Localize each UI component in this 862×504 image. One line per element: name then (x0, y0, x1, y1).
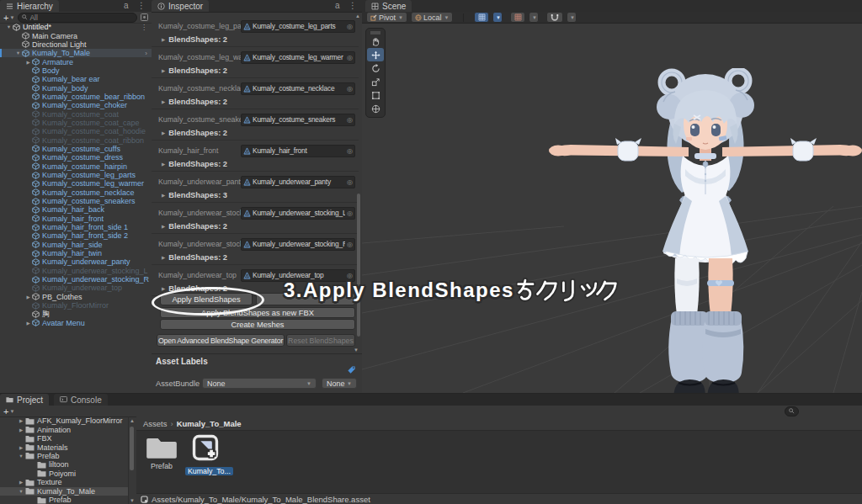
view-hand-tool[interactable] (366, 34, 385, 48)
hierarchy-search-input[interactable]: All (18, 13, 137, 23)
project-tree-row[interactable]: ▶ Texture (0, 478, 128, 486)
mesh-object-field[interactable]: Kumaly_underwear_stocking_L ◎ (241, 207, 355, 220)
hierarchy-row[interactable]: Kumaly_hair_twin (0, 249, 152, 257)
object-picker-icon[interactable]: ◎ (347, 147, 353, 155)
prefab-open-arrow[interactable]: › (145, 50, 147, 57)
reset-blendshapes-button[interactable]: Reset BlendShapes (286, 334, 355, 347)
blendshapes-foldout[interactable]: ▶ BlendShapes: 2 (152, 252, 359, 263)
hierarchy-row[interactable]: Kumaly_costume_choker (0, 101, 152, 109)
kebab-menu-icon[interactable]: ⋮ (137, 1, 146, 10)
scroll-down-arrow[interactable]: ▼ (354, 347, 359, 353)
project-tree-row[interactable]: ▶ Materials (0, 443, 128, 451)
mesh-object-field[interactable]: Kumaly_costume_leg_warmer ◎ (241, 51, 355, 64)
hierarchy-row[interactable]: Kumaly_costume_hairpin (0, 162, 152, 171)
expand-arrow[interactable]: ▶ (24, 294, 32, 300)
scroll-up-arrow[interactable]: ▲ (130, 418, 135, 423)
hierarchy-row[interactable]: Body (0, 66, 152, 75)
hierarchy-row[interactable]: Directional Light (0, 40, 152, 49)
local-global-toggle-button[interactable]: Local▼ (411, 12, 453, 23)
object-picker-icon[interactable]: ◎ (347, 54, 353, 61)
hierarchy-row[interactable]: Kumaly_costume_coat_hoodie (0, 127, 152, 135)
project-tree-row[interactable]: ▶ Animation (0, 425, 128, 433)
hierarchy-row[interactable]: Kumaly_costume_necklace (0, 188, 152, 197)
hierarchy-row[interactable]: Kumaly_FloorMirror (0, 301, 152, 310)
blendshapes-foldout[interactable]: ▶ BlendShapes: 2 (152, 127, 359, 138)
expand-arrow[interactable]: ▼ (17, 454, 25, 459)
mesh-object-field[interactable]: Kumaly_hair_front ◎ (241, 145, 355, 157)
blendshapes-foldout[interactable]: ▶ BlendShapes: 2 (152, 34, 359, 45)
hierarchy-row[interactable]: Kumaly_hair_side (0, 241, 152, 249)
object-picker-icon[interactable]: ◎ (347, 241, 353, 248)
hierarchy-row[interactable]: Kumaly_hair_front (0, 215, 152, 223)
breadcrumb-current[interactable]: Kumaly_To_Male (177, 419, 242, 428)
move-tool[interactable] (367, 48, 384, 61)
hierarchy-row[interactable]: Kumaly_costume_coat_cape (0, 119, 152, 127)
project-tree-row[interactable]: ▼ Kumaly_To_Male (0, 487, 128, 496)
lock-icon[interactable]: a (335, 1, 340, 10)
hierarchy-row[interactable]: Kumaly_hair_back (0, 205, 152, 214)
expand-arrow[interactable]: ▼ (14, 50, 22, 56)
transform-tool[interactable] (366, 102, 385, 115)
scene-viewport[interactable] (362, 23, 862, 393)
lock-icon[interactable]: a (124, 1, 129, 10)
expand-arrow[interactable]: ▶ (24, 321, 32, 326)
object-picker-icon[interactable]: ◎ (347, 23, 353, 30)
hierarchy-row[interactable]: Kumaly_costume_coat_ribbon (0, 135, 152, 144)
hierarchy-row[interactable]: Kumaly_body (0, 83, 152, 92)
magnet-snap-button[interactable] (546, 12, 563, 23)
blendshapes-foldout[interactable]: ▶ BlendShapes: 2 (152, 96, 359, 107)
expand-arrow[interactable]: ▶ (17, 418, 25, 423)
project-tree-row[interactable]: ▶ AFK_Kumaly_FloorMirror (0, 416, 128, 425)
rect-tool[interactable] (366, 88, 385, 102)
mesh-object-field[interactable]: Kumaly_costume_leg_parts ◎ (241, 20, 355, 33)
project-tree-row[interactable]: liltoon (0, 460, 128, 469)
tab-hierarchy[interactable]: Hierarchy (0, 0, 59, 12)
hierarchy-row[interactable]: Kumaly_bear ear (0, 75, 152, 83)
project-search-input[interactable] (785, 406, 799, 416)
create-asset-button[interactable]: + (3, 406, 8, 416)
tab-scene[interactable]: Scene (365, 0, 412, 12)
create-object-button[interactable]: + (3, 13, 8, 23)
tab-console[interactable]: Console (54, 394, 108, 406)
asset-item-blendshare[interactable]: Kumaly_To... (185, 433, 226, 477)
magnet-dropdown[interactable]: ▼ (567, 12, 577, 23)
scale-tool[interactable] (366, 75, 385, 88)
expand-arrow[interactable]: ▶ (17, 427, 25, 432)
assetbundle-dropdown[interactable]: None▼ (202, 378, 317, 389)
expand-arrow[interactable]: ▼ (17, 489, 25, 494)
grid-dropdown[interactable]: ▼ (492, 12, 503, 23)
expand-arrow[interactable]: ▶ (24, 60, 32, 65)
hierarchy-row[interactable]: Kumaly_hair_front_side 2 (0, 231, 152, 240)
breadcrumb-root[interactable]: Assets (143, 419, 168, 428)
pivot-toggle-button[interactable]: Pivot▼ (366, 12, 407, 23)
hierarchy-row[interactable]: Kumaly_costume_sneakers (0, 197, 152, 205)
search-picker-icon[interactable] (141, 13, 148, 21)
hierarchy-row[interactable]: ▶ PB_Clothes (0, 293, 152, 301)
project-tree-row[interactable]: Prefab (0, 496, 128, 504)
project-tree-row[interactable]: Poiyomi (0, 470, 128, 478)
hierarchy-row[interactable]: ▼ Kumaly_To_Male › (0, 49, 152, 57)
create-meshes-button[interactable]: Create Meshes (160, 319, 355, 330)
hierarchy-row[interactable]: Kumaly_underwear_panty (0, 257, 152, 266)
inspector-scrollbar[interactable] (357, 194, 360, 337)
open-generator-button[interactable]: Open Advanced BlendShape Generator (157, 334, 285, 347)
hierarchy-row[interactable]: Kumaly_underwear_top (0, 284, 152, 292)
tab-project[interactable]: Project (0, 394, 49, 406)
hierarchy-row[interactable]: Kumaly_costume_cuffs (0, 145, 152, 153)
snap-increment-button[interactable] (510, 12, 525, 23)
hierarchy-row[interactable]: Kumaly_underwear_stocking_L (0, 267, 152, 275)
hierarchy-row[interactable]: Main Camera (0, 31, 152, 40)
mesh-object-field[interactable]: Kumaly_costume_necklace ◎ (241, 82, 355, 95)
hierarchy-row[interactable]: Kumaly_costume_bear_ribbon (0, 93, 152, 101)
project-tree-row[interactable]: ▼ Prefab (0, 452, 128, 460)
object-picker-icon[interactable]: ◎ (347, 85, 353, 93)
blendshapes-foldout[interactable]: ▶ BlendShapes: 3 (152, 189, 359, 200)
expand-arrow[interactable]: ▶ (17, 445, 25, 450)
hierarchy-row[interactable]: Kumaly_costume_leg_warmer (0, 179, 152, 188)
blendshapes-foldout[interactable]: ▶ BlendShapes: 2 (152, 220, 359, 231)
object-picker-icon[interactable]: ◎ (347, 178, 353, 186)
tab-inspector[interactable]: Inspector (152, 0, 209, 12)
scene-kebab-icon[interactable]: ⋮ (141, 24, 147, 31)
hierarchy-row[interactable]: Kumaly_underwear_stocking_R (0, 275, 152, 284)
label-tag-icon[interactable] (347, 365, 356, 374)
